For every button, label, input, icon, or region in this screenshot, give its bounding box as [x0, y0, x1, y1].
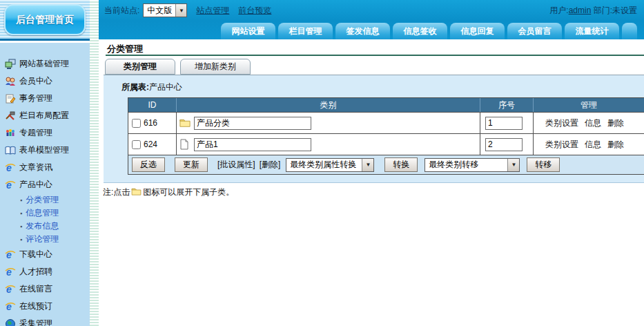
tab-traffic-stats[interactable]: 流量统计	[565, 23, 619, 39]
delete-link[interactable]: 删除	[607, 139, 624, 151]
col-header-category: 类别	[177, 98, 480, 112]
tab-reply-info[interactable]: 信息回复	[450, 23, 505, 39]
sidebar-item-collect-manage[interactable]: 采集管理	[0, 315, 90, 326]
row-checkbox[interactable]	[132, 119, 141, 128]
sidebar-item-label: 栏目布局配置	[19, 110, 69, 122]
attr-convert-select[interactable]: 最终类别属性转换 ▼	[286, 158, 374, 172]
sidebar-subitem-label: 信息管理	[26, 207, 59, 219]
bullet-icon: ▪	[20, 210, 22, 217]
nav-tabs: 网站设置 栏目管理 签发信息 信息签收 信息回复 会员留言 流量统计	[221, 23, 637, 39]
ie-e-icon: e	[5, 180, 16, 191]
sidebar-item-label: 在线预订	[19, 300, 52, 312]
dept-label: 部门:	[594, 6, 612, 15]
tab-receive-info[interactable]: 信息签收	[393, 23, 447, 39]
order-input[interactable]	[485, 117, 523, 130]
sidebar-item-label: 事务管理	[19, 93, 52, 104]
sidebar-item-download-center[interactable]: e 下载中心	[0, 246, 90, 263]
content-tabs: 类别管理 增加新类别	[105, 59, 251, 75]
sidebar-item-article-news[interactable]: e 文章资讯	[0, 159, 90, 176]
sidebar-item-affairs[interactable]: 事务管理	[0, 90, 90, 107]
manage-cell: 类别设置 信息 删除	[534, 134, 644, 155]
sidebar-item-label: 网站基础管理	[19, 58, 69, 70]
folder-icon[interactable]	[179, 117, 191, 128]
table-row: 616 类别设置 信息 删除	[128, 112, 644, 133]
tab-site-settings[interactable]: 网站设置	[221, 23, 275, 39]
convert-button[interactable]: 转换	[384, 157, 418, 172]
sidebar-subitem-label: 发布信息	[26, 220, 59, 232]
ie-e-icon: e	[5, 284, 16, 295]
file-icon[interactable]	[179, 139, 191, 150]
footnote: 注:点击 图标可以展开下属子类。	[103, 186, 234, 198]
tab-category-manage[interactable]: 类别管理	[105, 59, 175, 75]
members-icon	[5, 76, 16, 87]
sidebar-item-member-center[interactable]: 会员中心	[0, 73, 90, 90]
tab-column-manage[interactable]: 栏目管理	[278, 23, 333, 39]
sidebar: 网站基础管理 会员中心 事务管理 栏目布局配置	[0, 43, 90, 326]
batch-attr-link[interactable]: [批设属性]	[217, 159, 255, 171]
info-link[interactable]: 信息	[585, 139, 601, 151]
order-cell	[480, 134, 534, 155]
sidebar-item-recruit[interactable]: e 人才招聘	[0, 263, 90, 280]
sidebar-item-label: 会员中心	[19, 75, 52, 87]
tab-member-message[interactable]: 会员留言	[507, 23, 562, 39]
user-info: 用户:admin 部门:未设置	[549, 5, 637, 17]
sidebar-subitem-publish-info[interactable]: ▪ 发布信息	[0, 220, 90, 233]
tab-issue-info[interactable]: 签发信息	[335, 23, 390, 39]
tab-add-category[interactable]: 增加新类别	[180, 59, 251, 75]
user-name-link[interactable]: admin	[569, 6, 592, 15]
title-rule	[106, 55, 644, 56]
col-header-id: ID	[128, 98, 177, 112]
page-title: 分类管理	[107, 43, 143, 55]
sidebar-item-topic-manage[interactable]: 专题管理	[0, 124, 90, 142]
sidebar-item-label: 在线留言	[19, 283, 52, 295]
category-settings-link[interactable]: 类别设置	[545, 139, 578, 151]
sidebar-subitem-info-manage[interactable]: ▪ 信息管理	[0, 207, 90, 220]
sidebar-subitem-comment-manage[interactable]: ▪ 评论管理	[0, 233, 90, 246]
sidebar-splitter	[90, 0, 99, 326]
dept-value: 未设置	[612, 6, 637, 15]
info-link[interactable]: 信息	[585, 117, 601, 129]
ie-e-icon: e	[5, 249, 16, 260]
category-settings-link[interactable]: 类别设置	[545, 117, 578, 129]
user-label: 用户:	[549, 6, 568, 15]
tab-partial[interactable]	[622, 23, 637, 39]
front-preview-link[interactable]: 前台预览	[238, 5, 271, 17]
invert-selection-button[interactable]: 反选	[132, 157, 165, 172]
backend-home-button[interactable]: 后台管理首页	[4, 4, 86, 35]
category-cell	[177, 134, 480, 155]
ie-e-icon: e	[5, 301, 16, 312]
book-icon	[5, 145, 16, 156]
main-content: 分类管理 类别管理 增加新类别 所属表:产品中心 ID 类别 序号 管理	[99, 39, 644, 326]
category-move-select[interactable]: 最终类别转移 ▼	[425, 158, 520, 172]
category-table: ID 类别 序号 管理 616	[128, 97, 644, 175]
batch-delete-link[interactable]: [删除]	[260, 159, 281, 171]
update-button[interactable]: 更新	[175, 157, 208, 172]
id-cell: 616	[128, 113, 177, 133]
col-header-order: 序号	[480, 98, 534, 112]
sidebar-item-product-center[interactable]: e 产品中心	[0, 176, 90, 193]
category-cell	[177, 113, 480, 133]
id-cell: 624	[128, 134, 177, 155]
sidebar-item-label: 人才招聘	[19, 266, 52, 278]
globe-icon	[5, 318, 16, 326]
sidebar-subitem-label: 分类管理	[26, 194, 59, 206]
sidebar-subitem-category-manage[interactable]: ▪ 分类管理	[0, 193, 90, 207]
move-button[interactable]: 转移	[527, 157, 560, 172]
note-prefix: 注:点击	[103, 186, 130, 198]
order-input[interactable]	[485, 138, 523, 151]
sidebar-item-layout-config[interactable]: 栏目布局配置	[0, 107, 90, 124]
category-name-input[interactable]	[194, 138, 311, 151]
site-manage-link[interactable]: 站点管理	[196, 5, 229, 17]
row-checkbox[interactable]	[132, 140, 141, 149]
table-header-row: ID 类别 序号 管理	[128, 98, 644, 112]
delete-link[interactable]: 删除	[607, 117, 624, 129]
sidebar-item-online-booking[interactable]: e 在线预订	[0, 298, 90, 315]
sidebar-item-online-message[interactable]: e 在线留言	[0, 280, 90, 298]
category-name-input[interactable]	[194, 117, 311, 130]
site-language-select[interactable]: 中文版 ▼	[143, 3, 187, 17]
sidebar-item-site-base[interactable]: 网站基础管理	[0, 55, 90, 73]
sidebar-item-form-model[interactable]: 表单模型管理	[0, 142, 90, 159]
notepad-icon	[5, 93, 16, 104]
bullet-icon: ▪	[20, 197, 22, 204]
ie-e-icon: e	[5, 267, 16, 278]
